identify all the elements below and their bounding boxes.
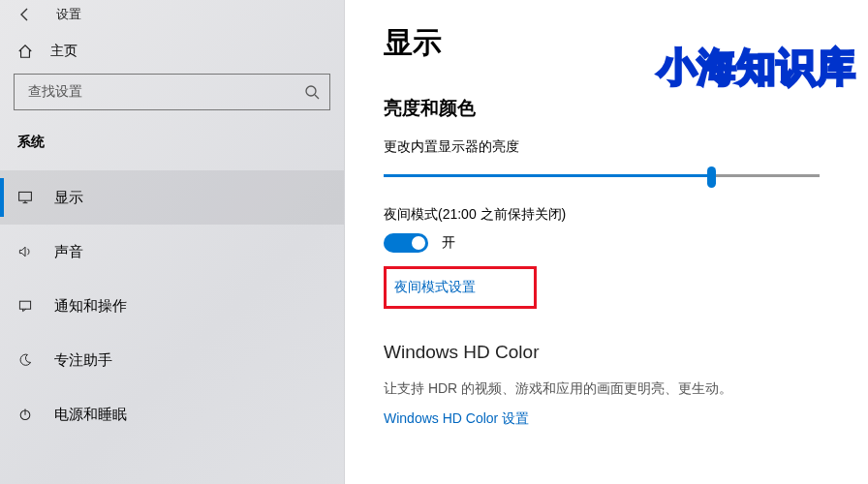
hd-color-settings-link[interactable]: Windows HD Color 设置: [384, 410, 839, 428]
sidebar-item-label: 显示: [54, 189, 83, 207]
hd-color-title: Windows HD Color: [384, 342, 839, 363]
sidebar-item-sound[interactable]: 声音: [0, 225, 344, 279]
slider-fill: [384, 174, 711, 177]
search-placeholder: 查找设置: [28, 83, 82, 101]
toggle-knob: [412, 236, 425, 250]
section-brightness-title: 亮度和颜色: [384, 96, 839, 121]
category-title: 系统: [0, 126, 344, 170]
sidebar-item-notifications[interactable]: 通知和操作: [0, 279, 344, 333]
sidebar-item-label: 通知和操作: [54, 297, 127, 316]
power-icon: [17, 407, 33, 422]
svg-rect-5: [19, 301, 30, 309]
toggle-on-label: 开: [442, 234, 455, 252]
brightness-slider[interactable]: [384, 166, 820, 185]
sidebar-item-focus-assist[interactable]: 专注助手: [0, 333, 344, 387]
search-icon: [304, 84, 320, 100]
night-light-label: 夜间模式(21:00 之前保持关闭): [384, 206, 839, 224]
sidebar: 设置 主页 查找设置 系统 显示: [0, 0, 345, 484]
svg-rect-2: [19, 192, 32, 200]
hd-color-desc: 让支持 HDR 的视频、游戏和应用的画面更明亮、更生动。: [384, 378, 839, 399]
night-light-settings-link[interactable]: 夜间模式设置: [394, 279, 476, 294]
back-icon[interactable]: [17, 7, 33, 22]
sidebar-item-label: 声音: [54, 243, 83, 261]
settings-title: 设置: [56, 6, 81, 23]
title-bar: 设置: [0, 0, 344, 29]
home-label: 主页: [50, 43, 78, 60]
sidebar-item-label: 专注助手: [54, 351, 112, 370]
slider-thumb[interactable]: [707, 166, 716, 188]
notifications-icon: [17, 298, 33, 314]
sound-icon: [17, 244, 33, 259]
search-input[interactable]: 查找设置: [14, 74, 330, 110]
highlight-box: 夜间模式设置: [384, 266, 537, 309]
sidebar-item-power-sleep[interactable]: 电源和睡眠: [0, 387, 344, 441]
night-light-toggle[interactable]: [384, 233, 428, 253]
brightness-label: 更改内置显示器的亮度: [384, 138, 839, 156]
sidebar-item-display[interactable]: 显示: [0, 170, 344, 225]
svg-line-1: [315, 95, 319, 99]
svg-point-0: [306, 86, 316, 96]
moon-icon: [17, 352, 33, 368]
home-link[interactable]: 主页: [0, 29, 344, 74]
sidebar-item-label: 电源和睡眠: [54, 406, 127, 424]
home-icon: [17, 44, 33, 59]
display-icon: [17, 190, 33, 205]
watermark-text: 小海知识库: [658, 41, 856, 94]
main-content: 小海知识库 显示 亮度和颜色 更改内置显示器的亮度 夜间模式(21:00 之前保…: [345, 0, 868, 484]
